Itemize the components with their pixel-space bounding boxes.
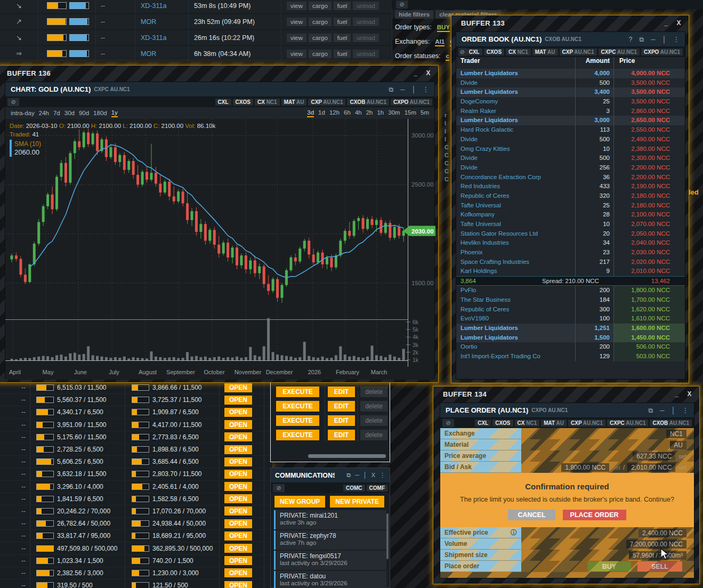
eye-off-icon[interactable]: ⊘	[442, 419, 454, 427]
trader-link[interactable]: Tafte Universal	[456, 220, 576, 229]
order-type-buy[interactable]: BUY	[437, 24, 450, 32]
command-tag-cxob[interactable]: CXOB AU.NC1	[347, 99, 389, 106]
trader-link[interactable]: Tafte Universal	[456, 201, 576, 211]
close-icon[interactable]: X	[371, 472, 375, 479]
trader-link[interactable]: Hevlikn Industries	[456, 238, 576, 248]
copy-icon[interactable]: ⧉	[639, 36, 644, 43]
trader-link[interactable]: Divide	[456, 154, 576, 163]
trader-link[interactable]: Lumber Liquidators	[456, 116, 576, 125]
delete-button[interactable]: delete	[360, 430, 387, 440]
order-status-value[interactable]: c	[446, 53, 449, 61]
fleet-row[interactable]: ↗--MOR23h 52m (09:49 PM)viewcargofuelunl…	[0, 14, 392, 30]
chat-list-item[interactable]: PRIVATE: datoulast activity on 3/29/2026	[274, 571, 386, 588]
edit-button[interactable]: EDIT	[328, 401, 355, 412]
trader-link[interactable]: Hard Rock Galactic	[456, 125, 576, 135]
fuel-button[interactable]: fuel	[334, 18, 351, 26]
open-button[interactable]: OPEN	[224, 581, 252, 588]
eye-off-icon[interactable]: ⊘	[7, 98, 19, 106]
cancel-button[interactable]: CANCEL	[508, 510, 555, 520]
command-tag-cxos[interactable]: CXOS	[492, 420, 513, 426]
trader-link[interactable]: Space Crafting Industries	[456, 257, 576, 267]
edit-button[interactable]: EDIT	[328, 415, 355, 426]
command-tag-cxl[interactable]: CXL	[466, 49, 482, 55]
trader-link[interactable]: Kofkompany	[456, 210, 576, 220]
fleet-row[interactable]: ↘--XD-311a53m 8s (10:49 PM)viewcargofuel…	[0, 0, 392, 14]
open-button[interactable]: OPEN	[224, 494, 252, 503]
range-30d[interactable]: 30d	[64, 110, 75, 116]
command-tag-comc[interactable]: COMC	[343, 485, 365, 492]
cargo-button[interactable]: cargo	[309, 34, 332, 42]
trader-link[interactable]: Divide	[456, 163, 576, 173]
minimize-icon[interactable]: _	[414, 69, 418, 77]
execute-button[interactable]: EXECUTE	[276, 386, 319, 397]
fuel-button[interactable]: fuel	[334, 34, 351, 42]
horizontal-scrollbar[interactable]	[308, 454, 386, 458]
interval-2h[interactable]: 2h	[366, 109, 373, 117]
min-icon[interactable]: ─	[400, 86, 405, 93]
execute-button[interactable]: EXECUTE	[276, 430, 319, 440]
delete-button[interactable]: delete	[360, 415, 387, 426]
ship-link[interactable]: MOR	[135, 14, 189, 29]
pipe-icon[interactable]: │	[662, 36, 667, 43]
range-180d[interactable]: 180d	[93, 110, 107, 116]
trader-link[interactable]: Phoenix	[456, 248, 576, 257]
range-7d[interactable]: 7d	[53, 110, 60, 116]
command-tag-cxpc[interactable]: CXPC AU.NC1	[599, 49, 640, 55]
view-button[interactable]: view	[287, 18, 306, 26]
interval-12h[interactable]: 12h	[329, 109, 340, 117]
pipe-icon[interactable]: │	[412, 86, 416, 93]
command-tag-cxp[interactable]: CXP AU.NC1	[308, 99, 345, 106]
open-button[interactable]: OPEN	[224, 482, 252, 491]
cargo-button[interactable]: cargo	[309, 50, 332, 58]
trader-link[interactable]: PvFlo	[456, 286, 576, 295]
vertical-scrollbar[interactable]	[386, 513, 389, 559]
trader-link[interactable]: Realm Raker	[456, 107, 576, 116]
open-button[interactable]: OPEN	[224, 568, 252, 577]
interval-1d[interactable]: 1d	[318, 109, 325, 117]
command-tag-cxl[interactable]: CXL	[475, 420, 491, 426]
open-button[interactable]: OPEN	[224, 383, 252, 392]
interval-1h[interactable]: 1h	[377, 109, 384, 117]
trader-link[interactable]: DogeConomy	[456, 97, 576, 107]
trader-link[interactable]: Red Industries	[456, 182, 576, 191]
chat-list-item[interactable]: PRIVATE: fengxi0517last activity on 3/29…	[274, 551, 386, 570]
command-tag-mat[interactable]: MAT AU	[281, 99, 307, 106]
minimize-icon[interactable]: _	[665, 19, 668, 27]
trader-link[interactable]: Station Gator Resources Ltd	[456, 229, 576, 239]
interval-6h[interactable]: 6h	[344, 109, 351, 117]
interval-4h[interactable]: 4h	[355, 109, 362, 117]
kebab-icon[interactable]: ⋮	[682, 407, 689, 414]
fleet-row[interactable]: ⇒--MOR6h 38m (04:34 AM)viewcargofuelunlo…	[0, 46, 392, 62]
open-button[interactable]: OPEN	[224, 506, 252, 515]
exchange-ai1[interactable]: AI1	[435, 38, 445, 46]
trader-link[interactable]: Republic of Ceres	[456, 305, 576, 315]
range-24h[interactable]: 24h	[39, 110, 49, 116]
fleet-row[interactable]: ↘--XD-311a26m 16s (10:22 PM)viewcargofue…	[0, 30, 392, 46]
copy-icon[interactable]: ⧉	[389, 86, 393, 93]
command-tag-cx[interactable]: CX NC1	[255, 99, 280, 106]
command-tag-mat[interactable]: MAT AU	[541, 420, 567, 426]
range-90d[interactable]: 90d	[79, 110, 89, 116]
ship-link[interactable]: XD-311a	[135, 0, 189, 13]
pipe-icon[interactable]: │	[672, 407, 676, 414]
new-group-button[interactable]: NEW GROUP	[274, 496, 325, 508]
edit-button[interactable]: EDIT	[328, 430, 355, 440]
pipe-icon[interactable]: │	[363, 472, 367, 479]
unload-button[interactable]: unload	[353, 2, 379, 10]
delete-button[interactable]: delete	[360, 401, 387, 412]
open-button[interactable]: OPEN	[224, 432, 252, 441]
command-tag-cxpc[interactable]: CXPC AU.NC1	[607, 420, 648, 426]
kebab-icon[interactable]: ⋮	[379, 472, 385, 479]
trader-link[interactable]: Lumber Liquidators	[456, 324, 576, 333]
trader-link[interactable]: Republic of Ceres	[456, 191, 576, 201]
new-private-button[interactable]: NEW PRIVATE	[330, 496, 384, 508]
eye-off-icon[interactable]: ⊘	[396, 1, 408, 9]
copy-icon[interactable]: ⧉	[648, 407, 653, 414]
command-tag-cx[interactable]: CX NC1	[515, 420, 540, 426]
ship-link[interactable]: XD-311a	[135, 30, 189, 45]
open-button[interactable]: OPEN	[224, 445, 252, 454]
open-button[interactable]: OPEN	[224, 420, 252, 429]
unload-button[interactable]: unload	[353, 50, 379, 58]
buffer-titlebar[interactable]: BUFFER 133 _ X	[451, 15, 689, 30]
trader-link[interactable]: Divide	[456, 78, 576, 88]
